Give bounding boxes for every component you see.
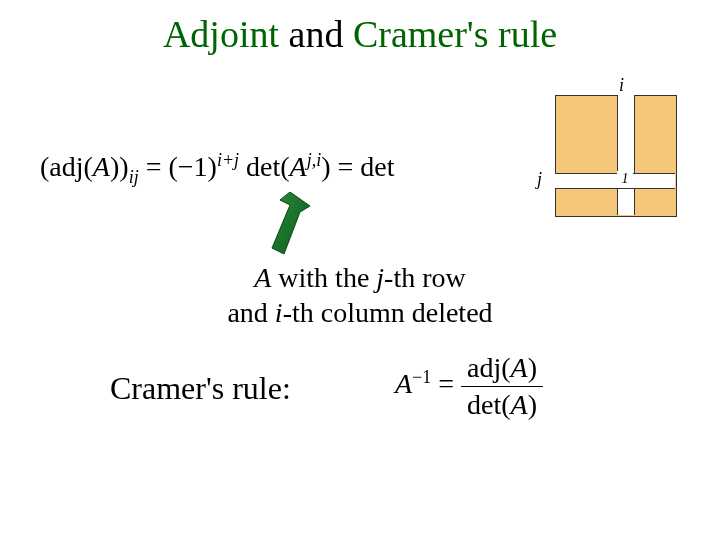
eq2-denominator: det(A) xyxy=(461,387,543,421)
caption-line2-post: -th column deleted xyxy=(283,297,493,328)
eq2-numerator: adj(A) xyxy=(461,352,543,387)
caption-j: j xyxy=(376,262,384,293)
caption-i: i xyxy=(275,297,283,328)
eq1-det1-pre: det( xyxy=(246,151,290,182)
title-and: and xyxy=(289,13,344,55)
eq2-num-pre: adj( xyxy=(467,352,511,383)
deleted-row-strip xyxy=(555,173,675,189)
arrow-icon xyxy=(260,192,310,252)
minor-matrix-diagram: 1 i j xyxy=(555,95,675,215)
caption-line1-post: -th row xyxy=(384,262,466,293)
minor-caption: A with the j-th row and i-th column dele… xyxy=(0,260,720,330)
eq2-eq: = xyxy=(438,368,461,399)
matrix-one-cell: 1 xyxy=(617,171,633,187)
adjoint-equation: (adj(A))ij = (−1)i+j det(Aj,i) = det xyxy=(40,150,395,188)
cramer-label: Cramer's rule: xyxy=(110,370,291,407)
cramer-equation: A−1 = adj(A) det(A) xyxy=(395,352,543,421)
eq2-num-A: A xyxy=(511,352,528,383)
eq2-inv: −1 xyxy=(412,367,431,387)
caption-line1-mid: with the xyxy=(271,262,376,293)
title-pre: Adjoint xyxy=(163,13,289,55)
eq1-lhs-post: )) xyxy=(110,151,129,182)
eq1-det1-A: A xyxy=(290,151,307,182)
caption-A: A xyxy=(254,262,271,293)
eq1-sign-base: (−1) xyxy=(168,151,216,182)
eq1-eq1: = xyxy=(146,151,169,182)
eq1-lhs-pre: (adj( xyxy=(40,151,93,182)
eq2-den-post: ) xyxy=(528,389,537,420)
deleted-column-strip xyxy=(617,95,635,215)
eq1-lhs-sub: ij xyxy=(129,167,139,187)
eq2-den-A: A xyxy=(511,389,528,420)
eq1-lhs-A: A xyxy=(93,151,110,182)
matrix-i-label: i xyxy=(619,75,624,96)
eq2-den-pre: det( xyxy=(467,389,511,420)
eq1-det1-sup: j,i xyxy=(307,150,322,170)
eq1-det2: det xyxy=(360,151,394,182)
title-post: Cramer's rule xyxy=(343,13,557,55)
eq1-det1-post: ) xyxy=(321,151,330,182)
eq2-num-post: ) xyxy=(528,352,537,383)
eq2-fraction: adj(A) det(A) xyxy=(461,352,543,421)
matrix-j-label: j xyxy=(537,169,542,190)
slide-title: Adjoint and Cramer's rule xyxy=(0,12,720,56)
matrix-box xyxy=(555,95,677,217)
eq1-eq2: = xyxy=(338,151,361,182)
eq1-sign-exp: i+j xyxy=(217,150,239,170)
eq2-A: A xyxy=(395,368,412,399)
svg-marker-0 xyxy=(272,192,310,254)
caption-line2-pre: and xyxy=(227,297,274,328)
